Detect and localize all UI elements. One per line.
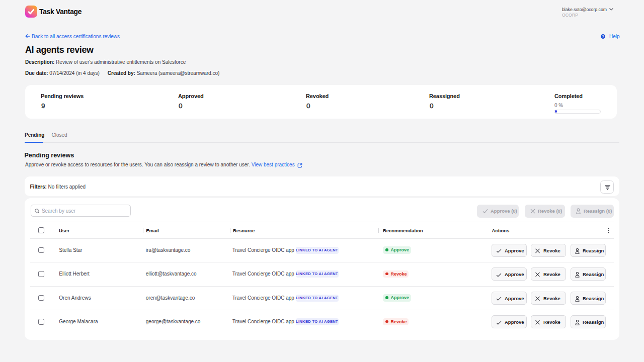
svg-text:?: ? [602, 35, 604, 38]
